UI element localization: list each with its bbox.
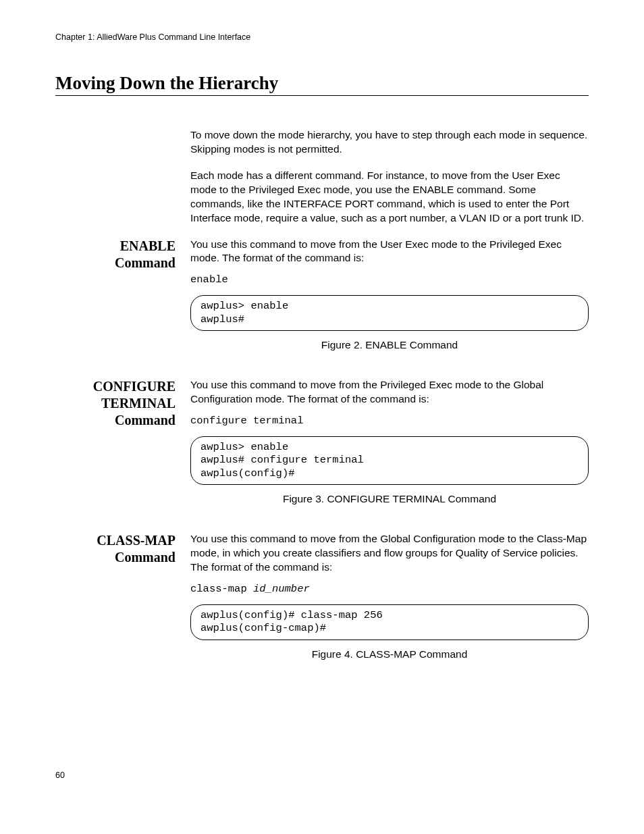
configure-terminal-section: CONFIGURE TERMINAL Command You use this …	[55, 378, 589, 525]
intro-paragraph-1: To move down the mode hierarchy, you hav…	[190, 128, 589, 157]
figure-3-caption: Figure 3. CONFIGURE TERMINAL Command	[190, 493, 589, 505]
class-map-paragraph: You use this command to move from the Gl…	[190, 532, 589, 575]
class-map-heading-l1: CLASS-MAP	[55, 532, 176, 549]
enable-paragraph: You use this command to move from the Us…	[190, 238, 589, 266]
class-map-heading: CLASS-MAP Command	[55, 532, 190, 681]
chapter-header: Chapter 1: AlliedWare Plus Command Line …	[55, 32, 589, 42]
figure-2-caption: Figure 2. ENABLE Command	[190, 339, 589, 351]
figure-4-caption: Figure 4. CLASS-MAP Command	[190, 648, 589, 660]
configure-terminal-heading-l3: Command	[55, 412, 176, 429]
section-title: Moving Down the Hierarchy	[55, 73, 589, 96]
class-map-command-syntax: class-map id_number	[190, 583, 589, 595]
configure-terminal-paragraph: You use this command to move from the Pr…	[190, 378, 589, 407]
configure-terminal-heading-l2: TERMINAL	[55, 395, 176, 412]
class-map-cmd-prefix: class-map	[190, 583, 253, 595]
class-map-cmd-arg: id_number	[253, 583, 310, 595]
class-map-section: CLASS-MAP Command You use this command t…	[55, 532, 589, 681]
enable-section: ENABLE Command You use this command to m…	[55, 238, 589, 372]
enable-terminal-example: awplus> enable awplus#	[190, 295, 589, 331]
configure-terminal-heading-l1: CONFIGURE	[55, 378, 176, 395]
enable-heading-l1: ENABLE	[55, 238, 176, 255]
enable-heading: ENABLE Command	[55, 238, 190, 372]
class-map-terminal-example: awplus(config)# class-map 256 awplus(con…	[190, 604, 589, 640]
enable-command-syntax: enable	[190, 273, 589, 286]
class-map-heading-l2: Command	[55, 549, 176, 566]
intro-paragraph-2: Each mode has a different command. For i…	[190, 169, 589, 226]
page-number: 60	[55, 771, 65, 780]
configure-terminal-terminal-example: awplus> enable awplus# configure termina…	[190, 436, 589, 485]
enable-heading-l2: Command	[55, 255, 176, 271]
configure-terminal-command-syntax: configure terminal	[190, 415, 589, 427]
configure-terminal-heading: CONFIGURE TERMINAL Command	[55, 378, 190, 525]
